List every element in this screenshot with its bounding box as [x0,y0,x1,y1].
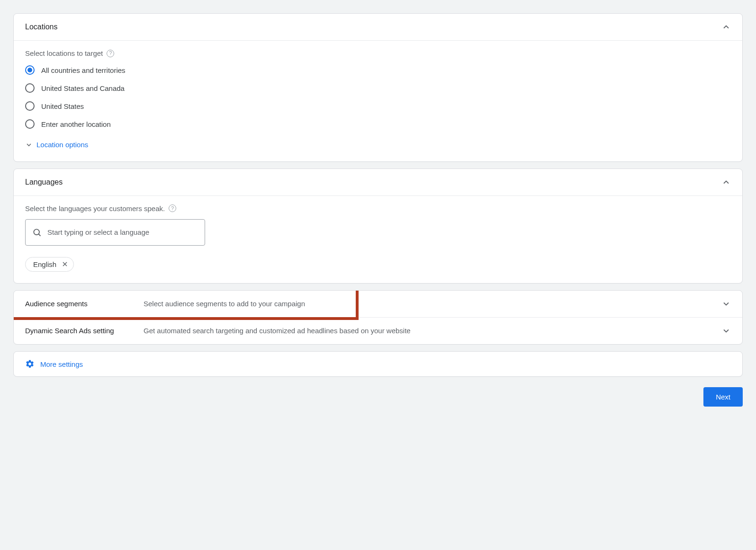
more-settings-button[interactable]: More settings [25,359,83,369]
languages-body: Select the languages your customers spea… [14,195,742,283]
radio-icon [25,83,35,93]
more-settings-card: More settings [13,351,743,377]
locations-title: Locations [25,23,139,31]
dsa-title: Dynamic Search Ads setting [25,326,144,336]
chip-label: English [33,260,56,268]
location-option-us-ca[interactable]: United States and Canada [25,82,731,94]
locations-header[interactable]: Locations [14,14,742,40]
locations-card: Locations Select locations to target ? A… [13,13,743,162]
language-search-input[interactable]: Start typing or select a language [25,219,205,246]
locations-radio-group: All countries and territories United Sta… [25,64,731,130]
svg-point-0 [34,229,39,235]
help-icon[interactable]: ? [107,50,114,57]
location-option-us[interactable]: United States [25,100,731,112]
gear-icon [25,359,35,369]
help-icon[interactable]: ? [169,204,176,212]
search-icon [32,228,42,237]
svg-line-1 [39,234,41,236]
locations-subtitle: Select locations to target [25,49,103,57]
locations-body: Select locations to target ? All countri… [14,40,742,161]
chevron-up-icon [721,22,731,32]
radio-icon [25,119,35,129]
location-options-label: Location options [36,141,88,149]
more-settings-label: More settings [40,360,83,368]
radio-icon [25,101,35,111]
languages-title: Languages [25,178,139,186]
radio-label: Enter another location [41,120,111,128]
language-chip-english: English [25,257,74,272]
audience-desc: Select audience segments to add to your … [144,300,721,308]
next-button[interactable]: Next [703,387,743,407]
chevron-up-icon [721,177,731,187]
chevron-down-icon [721,326,731,336]
chevron-down-icon [721,299,731,309]
audience-segments-row[interactable]: Audience segments Select audience segmen… [14,291,742,317]
radio-icon [25,65,35,75]
dynamic-search-ads-row[interactable]: Dynamic Search Ads setting Get automated… [14,318,742,344]
chevron-down-icon [25,141,33,149]
radio-label: United States and Canada [41,84,125,92]
audience-title: Audience segments [25,299,144,309]
location-option-all[interactable]: All countries and territories [25,64,731,76]
radio-label: United States [41,102,84,110]
languages-card: Languages Select the languages your cust… [13,169,743,284]
close-icon[interactable] [61,260,69,268]
dsa-desc: Get automated search targeting and custo… [144,327,721,335]
radio-label: All countries and territories [41,66,126,74]
languages-header[interactable]: Languages [14,169,742,195]
collapsed-sections-card: Audience segments Select audience segmen… [13,290,743,345]
languages-subtitle: Select the languages your customers spea… [25,204,165,213]
location-options-link[interactable]: Location options [25,139,88,149]
language-search-placeholder: Start typing or select a language [47,228,149,236]
location-option-other[interactable]: Enter another location [25,118,731,130]
